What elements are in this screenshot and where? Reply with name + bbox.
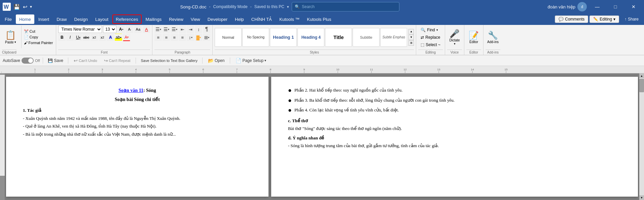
styles-expand[interactable]: ⊞ bbox=[408, 40, 414, 46]
numbering-button[interactable]: ☰▾ bbox=[163, 26, 170, 33]
editor-button[interactable]: 📝 Editor bbox=[466, 30, 481, 44]
maximize-button[interactable]: □ bbox=[608, 0, 623, 13]
editor-group-label: Editor bbox=[466, 49, 481, 55]
align-left-button[interactable]: ≡ bbox=[154, 34, 162, 41]
text-effects-button[interactable]: A bbox=[107, 34, 114, 41]
menu-item-layout[interactable]: Layout bbox=[92, 14, 112, 24]
font-grow-button[interactable]: A+ bbox=[117, 26, 125, 33]
save-quick-icon[interactable]: 💾 bbox=[13, 4, 20, 10]
increase-indent-button[interactable]: ⇥ bbox=[187, 26, 194, 33]
addins-button[interactable]: 🔧 Add-ins bbox=[486, 30, 500, 44]
menu-item-file[interactable]: File bbox=[1, 14, 15, 24]
menu-item-design[interactable]: Design bbox=[71, 14, 91, 24]
soan-van-link[interactable]: Soạn văn 11 bbox=[118, 88, 143, 93]
minimize-button[interactable]: — bbox=[589, 0, 605, 13]
select-button[interactable]: ⬚ Select ~ bbox=[418, 41, 443, 48]
open-button[interactable]: 📂 Open bbox=[205, 57, 227, 64]
style-no-spacing[interactable]: No Spacing bbox=[242, 28, 269, 47]
multilevel-button[interactable]: ☰▾ bbox=[171, 26, 178, 33]
style-subtitle[interactable]: Subtitle bbox=[353, 28, 380, 47]
paste-dropdown-icon[interactable]: ▾ bbox=[14, 40, 16, 44]
highlight-color-button[interactable]: ab▾ bbox=[115, 34, 122, 41]
page-setup-dropdown-icon[interactable]: ▾ bbox=[264, 59, 266, 62]
scroll-thumb[interactable] bbox=[639, 79, 644, 92]
bold-button[interactable]: B bbox=[58, 34, 66, 41]
font-shrink-button[interactable]: A- bbox=[126, 26, 133, 33]
menu-item-kutools[interactable]: Kutools ™ bbox=[276, 14, 303, 24]
dictate-dropdown-icon[interactable]: ▾ bbox=[454, 42, 456, 45]
cant-repeat-button[interactable]: ↪ Can't Repeat bbox=[101, 57, 133, 64]
page-container: Soạn văn 11: Sóng Soạn bài Sóng chi tiết… bbox=[5, 73, 639, 200]
style-title[interactable]: Title bbox=[325, 28, 352, 47]
undo-quick-icon[interactable]: ↩ bbox=[23, 4, 27, 10]
borders-button[interactable]: ⊞▾ bbox=[203, 34, 210, 41]
menu-item-draw[interactable]: Draw bbox=[53, 14, 70, 24]
replace-button[interactable]: ⇄ Replace bbox=[418, 34, 442, 41]
copy-button[interactable]: 📄 Copy bbox=[23, 35, 54, 40]
font-color-button[interactable]: A▾ bbox=[123, 34, 130, 41]
menu-item-mailings[interactable]: Mailings bbox=[142, 14, 165, 24]
menu-item-developer[interactable]: Developer bbox=[204, 14, 231, 24]
cut-button[interactable]: ✂️ Cut bbox=[23, 29, 54, 34]
close-button[interactable]: ✕ bbox=[626, 0, 641, 13]
paragraph-group: ☰▾ ☰▾ ☰▾ ⇤ ⇥ ↕ ¶ ≡ ≡ ≡ ≡ ↕▾ ▓▾ ⊞▾ Paragr… bbox=[152, 25, 213, 55]
change-case-button[interactable]: Aa bbox=[134, 26, 142, 33]
style-heading1[interactable]: Heading 1 bbox=[270, 28, 297, 47]
page-setup-button[interactable]: 📄 Page Setup ▾ bbox=[233, 57, 269, 64]
scroll-up-button[interactable]: ▲ bbox=[639, 73, 644, 78]
find-button[interactable]: 🔍 Find ▾ bbox=[418, 27, 440, 33]
show-marks-button[interactable]: ¶ bbox=[203, 26, 210, 33]
redo-icon: ↪ bbox=[104, 58, 108, 63]
shading-button[interactable]: ▓▾ bbox=[195, 34, 202, 41]
align-right-button[interactable]: ≡ bbox=[171, 34, 178, 41]
svg-rect-34 bbox=[0, 75, 5, 176]
save-button[interactable]: 💾 Save bbox=[46, 58, 65, 64]
user-name-label: đoàn văn hiệp bbox=[548, 4, 575, 9]
share-button[interactable]: ↑ Share bbox=[620, 16, 643, 23]
comments-button[interactable]: 💬 Comments bbox=[555, 15, 588, 23]
font-name-select[interactable]: Times New Roman bbox=[58, 26, 102, 33]
font-size-select[interactable]: 13 bbox=[103, 26, 116, 33]
user-avatar[interactable]: đ bbox=[577, 2, 587, 11]
menu-item-chinh-ta[interactable]: CHÍNH TẢ bbox=[248, 14, 275, 24]
ruler-inner: 1 2 3 4 5 6 7 8 9 10 11 bbox=[1, 66, 643, 73]
autosave-toggle[interactable] bbox=[22, 58, 34, 64]
style-subtle-emphasis[interactable]: Subtle Emphas bbox=[380, 28, 407, 47]
decrease-indent-button[interactable]: ⇤ bbox=[179, 26, 186, 33]
subscript-button[interactable]: x2 bbox=[91, 34, 98, 41]
saved-dropdown-icon[interactable]: ▾ bbox=[287, 5, 289, 9]
line-spacing-button[interactable]: ↕▾ bbox=[187, 34, 194, 41]
menu-item-review[interactable]: Review bbox=[166, 14, 187, 24]
editing-mode-button[interactable]: ✏️ Editing ▾ bbox=[589, 15, 619, 23]
italic-button[interactable]: I bbox=[66, 34, 74, 41]
styles-scroll-down[interactable]: ▼ bbox=[408, 35, 414, 40]
styles-scroll-up[interactable]: ▲ bbox=[408, 29, 414, 34]
style-normal[interactable]: Normal bbox=[215, 28, 242, 47]
format-painter-button[interactable]: 🖌 Format Painter bbox=[23, 40, 54, 45]
cant-undo-button[interactable]: ↩ Can't Undo bbox=[71, 57, 100, 64]
style-heading4[interactable]: Heading 4 bbox=[297, 28, 324, 47]
strikethrough-button[interactable]: abc bbox=[82, 34, 90, 41]
bullets-button[interactable]: ☰▾ bbox=[154, 26, 162, 33]
sort-button[interactable]: ↕ bbox=[195, 26, 202, 33]
find-dropdown-icon[interactable]: ▾ bbox=[436, 28, 438, 32]
justify-button[interactable]: ≡ bbox=[179, 34, 186, 41]
menu-item-insert[interactable]: Insert bbox=[35, 14, 53, 24]
clear-format-button[interactable]: A bbox=[143, 26, 150, 33]
menu-item-references[interactable]: References bbox=[112, 14, 141, 24]
menu-item-help[interactable]: Help bbox=[231, 14, 247, 24]
dictate-button[interactable]: 🎤 Dictate ▾ bbox=[447, 28, 462, 46]
superscript-button[interactable]: x2 bbox=[99, 34, 106, 41]
menu-item-kutools-plus[interactable]: Kutools Plus bbox=[303, 14, 334, 24]
scroll-down-button[interactable]: ▼ bbox=[639, 195, 644, 200]
search-box[interactable]: 🔍 bbox=[292, 2, 399, 11]
svg-text:15: 15 bbox=[505, 68, 508, 71]
search-input[interactable] bbox=[302, 4, 396, 9]
menu-item-view[interactable]: View bbox=[187, 14, 204, 24]
right-scrollbar[interactable]: ▲ ▼ bbox=[639, 73, 644, 200]
paste-button[interactable]: 📋 Paste ▾ bbox=[2, 26, 19, 48]
menu-item-home[interactable]: Home bbox=[16, 14, 34, 24]
underline-button[interactable]: U▾ bbox=[74, 34, 82, 41]
center-button[interactable]: ≡ bbox=[163, 34, 170, 41]
save-selection-button[interactable]: Save Selection to Text Box Gallery bbox=[139, 58, 200, 63]
